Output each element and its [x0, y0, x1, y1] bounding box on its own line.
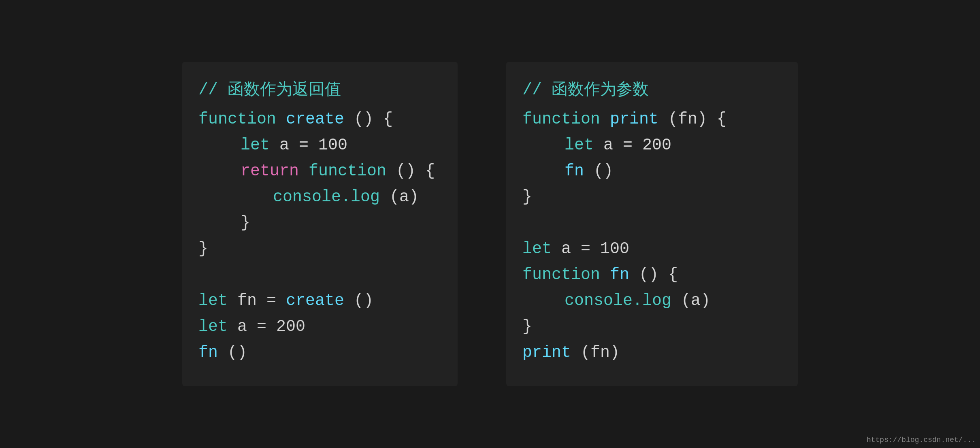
- plain-5: () {: [396, 162, 435, 180]
- kw-return-1: return: [241, 162, 299, 180]
- watermark: https://blog.csdn.net/...: [867, 436, 976, 444]
- fn-create-call: create: [286, 292, 344, 310]
- fn-print: print: [610, 110, 658, 128]
- plain-r10: }: [522, 318, 532, 336]
- plain-11: a = 200: [237, 318, 305, 336]
- right-line-4: }: [522, 184, 778, 210]
- fn-print-call: print: [522, 343, 571, 362]
- fn-create: create: [286, 110, 344, 128]
- plain-r6: a = 100: [561, 240, 629, 258]
- plain-10: (): [354, 292, 373, 310]
- left-line-8: let fn = create (): [198, 288, 437, 314]
- right-line-9: }: [522, 314, 778, 340]
- plain-12: (): [228, 343, 247, 362]
- kw-function-2: function: [309, 162, 386, 180]
- plain-7: }: [241, 214, 250, 232]
- plain-r8: () {: [639, 266, 678, 284]
- right-line-2: let a = 200: [522, 132, 778, 158]
- left-line-5: }: [198, 210, 437, 236]
- left-line-6: }: [198, 236, 437, 262]
- console-log-r1: console.log: [565, 292, 671, 310]
- plain-8: }: [198, 240, 208, 258]
- left-line-2: let a = 100: [198, 132, 437, 158]
- left-line-10: fn (): [198, 340, 437, 366]
- plain-r4: (): [594, 162, 613, 180]
- left-line-7: [198, 262, 437, 288]
- plain-r11: (fn): [581, 343, 620, 362]
- plain-r9: (a): [681, 292, 710, 310]
- plain-r2: (fn) {: [668, 110, 726, 128]
- fn-fn: fn: [610, 266, 629, 284]
- console-log-1: console.log: [273, 188, 380, 206]
- right-line-7: function fn () {: [522, 262, 778, 288]
- left-line-1: function create () {: [198, 107, 437, 132]
- kw-let-r2: let: [522, 240, 552, 258]
- kw-let-1: let: [241, 136, 270, 154]
- right-comment: // 函数作为参数: [522, 78, 778, 102]
- left-line-4: console.log (a): [198, 184, 437, 210]
- right-line-8: console.log (a): [522, 288, 778, 314]
- main-container: // 函数作为返回值 function create () { let a = …: [166, 46, 814, 402]
- plain-3: a = 100: [279, 136, 347, 154]
- left-line-3: return function () {: [198, 158, 437, 184]
- fn-call-r1: fn: [565, 162, 584, 180]
- right-line-5: [522, 210, 778, 236]
- right-code-panel: // 函数作为参数 function print (fn) { let a = …: [506, 62, 798, 386]
- right-line-6: let a = 100: [522, 236, 778, 262]
- right-line-10: print (fn): [522, 340, 778, 366]
- left-line-9: let a = 200: [198, 314, 437, 340]
- kw-function-1: function: [198, 110, 276, 128]
- kw-function-r1: function: [522, 110, 600, 128]
- kw-let-2: let: [198, 292, 228, 310]
- plain-2: () {: [354, 110, 393, 128]
- left-comment: // 函数作为返回值: [198, 78, 437, 102]
- kw-let-3: let: [198, 318, 228, 336]
- plain-9: fn =: [237, 292, 286, 310]
- right-line-1: function print (fn) {: [522, 107, 778, 132]
- left-code-panel: // 函数作为返回值 function create () { let a = …: [182, 62, 458, 386]
- kw-function-r2: function: [522, 266, 600, 284]
- plain-6: (a): [390, 188, 419, 206]
- plain-r3: a = 200: [603, 136, 671, 154]
- kw-let-r1: let: [565, 136, 594, 154]
- right-line-3: fn (): [522, 158, 778, 184]
- plain-r5: }: [522, 188, 532, 206]
- fn-call-1: fn: [198, 343, 218, 362]
